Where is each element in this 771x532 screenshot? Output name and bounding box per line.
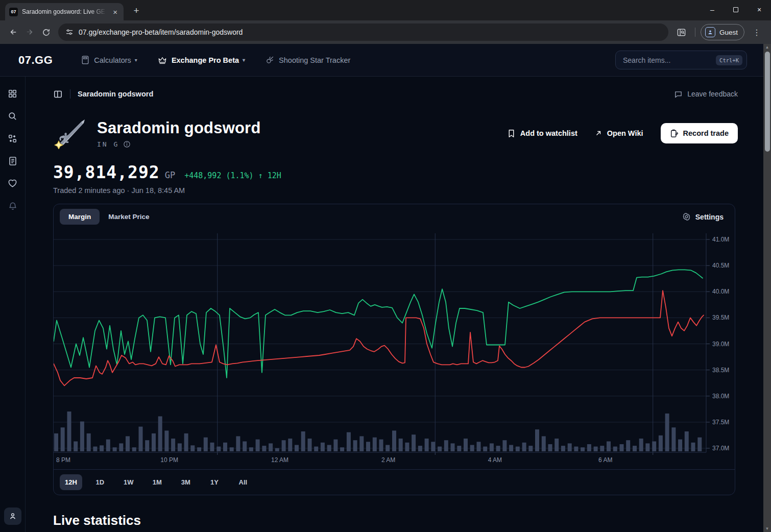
alerts-bell-icon[interactable] xyxy=(7,200,18,211)
price-chart[interactable]: 41.0M40.5M40.0M39.5M39.0M38.5M38.0M37.5M… xyxy=(54,229,735,469)
avatar-icon xyxy=(705,27,715,37)
search-input[interactable] xyxy=(623,56,716,64)
browser-window: 07 Saradomin godsword: Live GE P × + – ×… xyxy=(0,0,771,532)
item-header: Saradomin godsword IN G Add to watchlist… xyxy=(53,117,738,149)
reload-button[interactable] xyxy=(38,24,54,40)
svg-text:37.5M: 37.5M xyxy=(712,419,729,426)
external-link-icon xyxy=(595,130,602,137)
svg-text:39.5M: 39.5M xyxy=(712,314,729,321)
chart-header: Margin Market Price Settings xyxy=(54,204,735,229)
open-wiki-button[interactable]: Open Wiki xyxy=(595,129,643,137)
toolbar-right: Guest ⋮ xyxy=(673,24,766,40)
profile-label: Guest xyxy=(719,29,738,36)
range-1m[interactable]: 1M xyxy=(147,474,168,490)
range-3m[interactable]: 3M xyxy=(175,474,197,490)
browser-toolbar: 07.gg/exchange-pro-beta/item/saradomin-g… xyxy=(0,20,771,44)
maximize-button[interactable] xyxy=(724,0,748,19)
page-scrollbar[interactable]: ▲ ▼ xyxy=(763,44,771,532)
menu-kebab-icon[interactable]: ⋮ xyxy=(750,28,764,37)
item-subtitle: IN G xyxy=(97,140,261,148)
svg-text:40.5M: 40.5M xyxy=(712,262,729,269)
open-wiki-label: Open Wiki xyxy=(607,129,643,137)
browser-titlebar: 07 Saradomin godsword: Live GE P × + – × xyxy=(0,0,771,20)
clipboard-pen-icon xyxy=(670,129,678,138)
dashboard-grid-icon[interactable] xyxy=(7,88,18,99)
leave-feedback-button[interactable]: Leave feedback xyxy=(674,90,738,99)
chevron-down-icon: ▾ xyxy=(243,57,245,63)
notes-document-icon[interactable] xyxy=(7,155,18,166)
nav-label: Exchange Pro Beta xyxy=(172,56,239,64)
info-icon[interactable] xyxy=(123,140,131,148)
nav-shooting-star[interactable]: Shooting Star Tracker xyxy=(266,56,350,64)
chart-card: Margin Market Price Settings 41.0M40.5M4… xyxy=(53,204,735,495)
forward-button[interactable] xyxy=(21,24,38,40)
svg-text:37.0M: 37.0M xyxy=(712,445,729,452)
svg-text:40.0M: 40.0M xyxy=(712,288,729,295)
range-1y[interactable]: 1Y xyxy=(204,474,225,490)
toolbar-divider xyxy=(695,28,695,37)
svg-text:41.0M: 41.0M xyxy=(712,236,729,243)
gear-icon xyxy=(682,212,691,221)
settings-label: Settings xyxy=(695,213,724,221)
svg-text:12 AM: 12 AM xyxy=(271,456,288,464)
tab-margin[interactable]: Margin xyxy=(60,209,100,225)
site-content: 07.GG Calculators ▾ Exchange Pro Beta ▾ xyxy=(0,44,763,532)
range-all[interactable]: All xyxy=(232,474,254,490)
profile-chip[interactable]: Guest xyxy=(701,24,744,40)
record-trade-label: Record trade xyxy=(683,129,729,137)
scroll-up-icon[interactable]: ▲ xyxy=(763,44,771,51)
item-title-block: Saradomin godsword IN G xyxy=(97,119,261,148)
currency-label: GP xyxy=(165,170,175,180)
chevron-down-icon: ▾ xyxy=(135,57,137,63)
breadcrumb-item[interactable]: Saradomin godsword xyxy=(78,90,153,98)
address-bar[interactable]: 07.gg/exchange-pro-beta/item/saradomin-g… xyxy=(58,23,668,41)
item-actions: Add to watchlist Open Wiki Record trade xyxy=(508,123,738,143)
back-button[interactable] xyxy=(5,24,21,40)
browser-tab[interactable]: 07 Saradomin godsword: Live GE P × xyxy=(5,3,124,20)
range-1w[interactable]: 1W xyxy=(118,474,139,490)
window-controls: – × xyxy=(701,0,771,19)
scroll-down-icon[interactable]: ▼ xyxy=(763,525,771,532)
compare-items-icon[interactable] xyxy=(7,133,18,144)
tab-close-icon[interactable]: × xyxy=(111,7,119,17)
nav-label: Calculators xyxy=(94,56,131,64)
chart-settings-button[interactable]: Settings xyxy=(682,212,729,221)
svg-text:38.0M: 38.0M xyxy=(712,393,729,400)
close-button[interactable]: × xyxy=(748,0,771,19)
svg-text:4 AM: 4 AM xyxy=(488,456,502,464)
person-icon xyxy=(9,512,17,520)
watchlist-label: Add to watchlist xyxy=(520,129,577,137)
item-sprite-saradomin-godsword xyxy=(53,117,91,149)
favorites-heart-icon[interactable] xyxy=(7,178,18,189)
range-12h[interactable]: 12H xyxy=(60,474,82,490)
range-1d[interactable]: 1D xyxy=(89,474,111,490)
breadcrumb: Saradomin godsword Leave feedback xyxy=(53,87,738,101)
breadcrumb-divider xyxy=(70,89,70,99)
site-header: 07.GG Calculators ▾ Exchange Pro Beta ▾ xyxy=(0,44,763,77)
search-shortcut-badge: Ctrl+K xyxy=(716,55,742,65)
record-trade-button[interactable]: Record trade xyxy=(661,123,738,143)
add-to-watchlist-button[interactable]: Add to watchlist xyxy=(508,129,577,138)
item-search[interactable]: Ctrl+K xyxy=(615,51,747,69)
main-nav: Calculators ▾ Exchange Pro Beta ▾ Shooti… xyxy=(81,56,615,64)
new-tab-button[interactable]: + xyxy=(130,4,143,17)
profile-button[interactable] xyxy=(4,507,21,525)
leave-feedback-label: Leave feedback xyxy=(687,90,738,98)
nav-label: Shooting Star Tracker xyxy=(279,56,350,64)
svg-text:6 AM: 6 AM xyxy=(598,456,612,464)
nav-calculators[interactable]: Calculators ▾ xyxy=(81,56,137,64)
side-panel-search-icon[interactable] xyxy=(673,24,690,40)
panel-toggle-icon[interactable] xyxy=(53,89,63,99)
scrollbar-thumb[interactable] xyxy=(765,52,770,152)
svg-text:10 PM: 10 PM xyxy=(160,456,178,464)
tune-icon xyxy=(65,28,74,36)
svg-text:39.0M: 39.0M xyxy=(712,341,729,348)
crown-icon xyxy=(158,56,167,64)
search-icon[interactable] xyxy=(7,110,18,122)
site-logo[interactable]: 07.GG xyxy=(18,54,53,67)
tab-market-price[interactable]: Market Price xyxy=(100,209,158,225)
left-rail xyxy=(0,77,26,532)
nav-exchange-pro[interactable]: Exchange Pro Beta ▾ xyxy=(158,56,245,64)
svg-text:2 AM: 2 AM xyxy=(381,456,395,464)
minimize-button[interactable]: – xyxy=(701,0,724,19)
